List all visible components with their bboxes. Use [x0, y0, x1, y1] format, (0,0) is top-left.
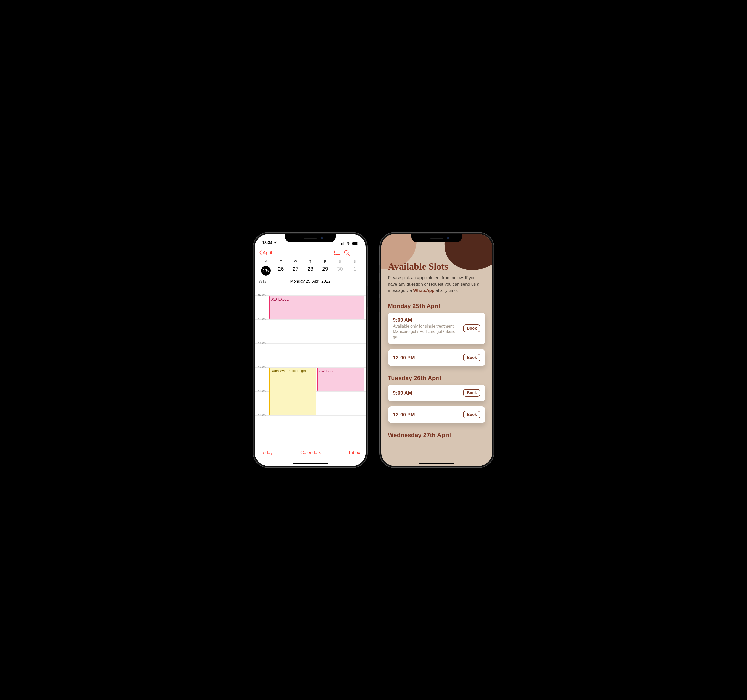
svg-point-11 [334, 254, 334, 255]
page-title: Available Slots [388, 261, 485, 272]
home-indicator[interactable] [293, 463, 328, 464]
date-cell[interactable]: 27 [288, 265, 303, 276]
slot-card: 12:00 PM Book [388, 349, 485, 366]
svg-point-7 [334, 251, 334, 251]
weekday: W [288, 260, 303, 263]
event-title: AVAILABLE [319, 369, 337, 373]
page-description: Please pick an appointment from below. I… [388, 275, 485, 294]
search-button[interactable] [342, 248, 352, 258]
weekday: S [333, 260, 348, 263]
day-heading: Wednesday 27th April [388, 431, 485, 439]
iphone-right: 18:01 Available Slots Please pi [380, 232, 493, 468]
slot-card: 12:00 PM Book [388, 406, 485, 423]
hour-label: 09:00 [258, 294, 266, 297]
date-cell[interactable]: 29 [318, 265, 333, 276]
hour-label: 13:00 [258, 390, 266, 393]
hour-label: 14:00 [258, 413, 266, 417]
weekday-row: M T W T F S S [255, 259, 366, 263]
slot-card: 9:00 AM Book [388, 385, 485, 401]
svg-rect-2 [342, 243, 343, 245]
book-button[interactable]: Book [463, 411, 480, 418]
day-heading: Monday 25th April [388, 303, 485, 309]
iphone-left: 18:34 April [254, 232, 367, 468]
weekday: F [318, 260, 333, 263]
dates-row: 25 26 27 28 29 30 1 [255, 263, 366, 279]
date-cell[interactable]: 1 [347, 265, 362, 276]
event-title: Yana WA | Pedicure gel [271, 369, 306, 373]
svg-rect-6 [358, 243, 358, 244]
event-available[interactable]: AVAILABLE [317, 368, 364, 391]
today-button[interactable]: Today [260, 450, 273, 455]
hour-label: 11:00 [258, 342, 266, 345]
slot-note: Available only for single treatment: Man… [393, 323, 460, 340]
svg-rect-3 [343, 242, 344, 245]
location-icon [274, 241, 277, 245]
event-booking[interactable]: Yana WA | Pedicure gel [269, 368, 316, 415]
back-label: April [263, 250, 272, 256]
notch [411, 234, 462, 242]
cellular-icon [340, 242, 345, 245]
book-button[interactable]: Book [463, 389, 480, 397]
svg-rect-5 [352, 243, 357, 245]
full-date: Monday 25. April 2022 [259, 279, 362, 284]
event-available[interactable]: AVAILABLE [269, 296, 364, 319]
svg-point-9 [334, 252, 334, 253]
add-event-button[interactable] [352, 248, 362, 258]
date-cell[interactable]: 30 [333, 265, 348, 276]
slot-card: 9:00 AM Available only for single treatm… [388, 312, 485, 344]
status-time: 18:34 [262, 241, 272, 245]
event-title: AVAILABLE [271, 297, 289, 301]
weekday: M [259, 260, 274, 263]
slot-time: 9:00 AM [393, 390, 460, 396]
calendars-button[interactable]: Calendars [301, 450, 321, 455]
notch [285, 234, 336, 242]
book-button[interactable]: Book [463, 354, 480, 361]
book-button[interactable]: Book [463, 324, 480, 332]
weekday: T [274, 260, 288, 263]
list-view-button[interactable] [332, 248, 342, 258]
battery-icon [352, 242, 358, 245]
weekday: S [347, 260, 362, 263]
slot-time: 12:00 PM [393, 355, 460, 361]
svg-rect-1 [341, 243, 342, 245]
slot-time: 12:00 PM [393, 412, 460, 418]
date-cell[interactable]: 28 [303, 265, 318, 276]
date-cell[interactable]: 26 [274, 265, 288, 276]
hour-label: 12:00 [258, 366, 266, 369]
whatsapp-link[interactable]: WhatsApp [413, 288, 434, 293]
back-button[interactable]: April [259, 250, 272, 256]
hour-label: 10:00 [258, 318, 266, 321]
weekday: T [303, 260, 318, 263]
svg-rect-0 [340, 244, 340, 245]
date-cell[interactable]: 25 [259, 265, 274, 276]
day-heading: Tuesday 26th April [388, 374, 485, 382]
svg-line-14 [348, 254, 349, 255]
wifi-icon [346, 242, 351, 245]
day-timeline[interactable]: 09:00 10:00 11:00 12:00 13:00 14:00 AVAI… [255, 285, 366, 434]
slot-time: 9:00 AM [393, 317, 460, 323]
svg-point-13 [345, 250, 348, 254]
inbox-button[interactable]: Inbox [349, 450, 360, 455]
